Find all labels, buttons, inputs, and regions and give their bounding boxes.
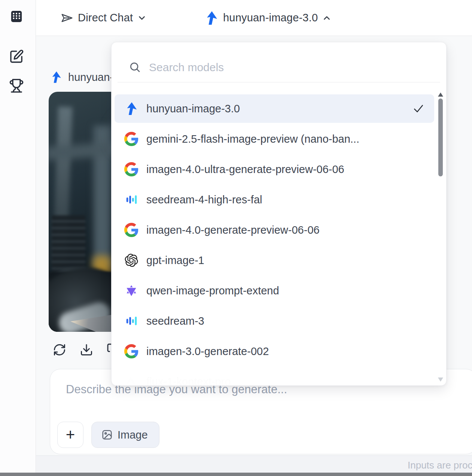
model-item-label: seedream-4-high-res-fal (146, 194, 262, 206)
google-logo-icon (124, 223, 138, 237)
model-list: hunyuan-image-3.0gemini-2.5-flash-image-… (112, 42, 446, 385)
model-item-label: imagen-3.0-generate-002 (146, 345, 269, 358)
model-item-label: gemini-2.5-flash-image-preview (nano-ban… (146, 133, 359, 145)
composer-buttons: + Image (57, 422, 159, 448)
image-mode-button[interactable]: Image (91, 422, 159, 448)
google-logo-icon (124, 344, 138, 358)
add-attachment-button[interactable]: + (57, 422, 83, 448)
hunyuan-logo-icon (50, 71, 63, 84)
model-item-imagen-3.0-generate-002[interactable]: imagen-3.0-generate-002 (115, 337, 434, 366)
footer-notice: Inputs are proce (408, 460, 472, 471)
mode-label: Direct Chat (78, 12, 133, 24)
scrollbar-up-arrow[interactable] (438, 93, 443, 97)
download-button[interactable] (80, 343, 93, 357)
openai-logo-icon (124, 253, 138, 267)
image-icon (101, 429, 113, 440)
model-item-gpt-image-1[interactable]: gpt-image-1 (115, 246, 434, 275)
footer-strip (36, 455, 472, 473)
sidebar (0, 0, 36, 473)
model-item-imagen-4.0-generate-preview-06-06[interactable]: imagen-4.0-generate-preview-06-06 (115, 216, 434, 244)
model-item-label: seedream-3 (146, 315, 204, 327)
model-item-label: hunyuan-image-3.0 (146, 103, 240, 115)
window-bottom-edge (0, 473, 472, 476)
new-chat-icon[interactable] (9, 49, 24, 64)
model-item-label: imagen-4.0-ultra-generate-preview-06-06 (146, 163, 344, 176)
google-logo-icon (124, 162, 138, 176)
model-item-seedream-3[interactable]: seedream-3 (115, 307, 434, 335)
model-item-seedream-4-high-res-fal[interactable]: seedream-4-high-res-fal (115, 185, 434, 214)
app-window: Direct Chat hunyuan-image-3.0 hunyuan-im… (0, 0, 472, 476)
model-item-imagen-4.0-ultra-generate-preview-06-06[interactable]: imagen-4.0-ultra-generate-preview-06-06 (115, 155, 434, 184)
flux-logo-icon (124, 375, 138, 386)
app-grid-icon[interactable] (9, 9, 24, 24)
send-icon (60, 11, 74, 25)
model-item-hunyuan-image-3.0[interactable]: hunyuan-image-3.0 (115, 94, 434, 123)
model-selector-button[interactable]: hunyuan-image-3.0 (204, 0, 332, 36)
hunyuan-logo-icon (124, 101, 138, 116)
scrollbar-thumb[interactable] (438, 98, 443, 176)
image-mode-label: Image (118, 429, 148, 441)
regenerate-button[interactable] (53, 343, 66, 357)
dropdown-scrollbar[interactable] (437, 93, 444, 382)
model-item-flux-1-kontext-pro[interactable]: flux-1-kontext-pro (115, 367, 434, 386)
image-actions-toolbar (53, 343, 120, 357)
model-item-qwen-image-prompt-extend[interactable]: qwen-image-prompt-extend (115, 276, 434, 305)
qwen-logo-icon (124, 284, 138, 298)
chevron-down-icon (137, 13, 147, 23)
model-item-label: qwen-image-prompt-extend (146, 285, 279, 297)
hunyuan-logo-icon (204, 10, 219, 25)
check-icon (412, 103, 424, 115)
google-logo-icon (124, 132, 138, 146)
prompt-input[interactable] (65, 382, 441, 418)
seedream-logo-icon (124, 192, 138, 207)
model-dropdown: hunyuan-image-3.0gemini-2.5-flash-image-… (111, 42, 447, 386)
model-item-label: flux-1-kontext-pro (146, 376, 231, 386)
model-item-label: gpt-image-1 (146, 254, 204, 267)
mode-selector-button[interactable]: Direct Chat (60, 0, 147, 36)
seedream-logo-icon (124, 314, 138, 328)
model-item-label: imagen-4.0-generate-preview-06-06 (146, 224, 320, 236)
selected-model-label: hunyuan-image-3.0 (223, 12, 318, 24)
leaderboard-trophy-icon[interactable] (9, 78, 24, 93)
download-icon (80, 343, 93, 357)
chevron-up-icon (322, 13, 332, 23)
model-item-gemini-2.5-flash-image-preview-nano-ban...[interactable]: gemini-2.5-flash-image-preview (nano-ban… (115, 125, 434, 153)
scrollbar-down-arrow[interactable] (438, 378, 443, 382)
regenerate-icon (53, 343, 66, 357)
